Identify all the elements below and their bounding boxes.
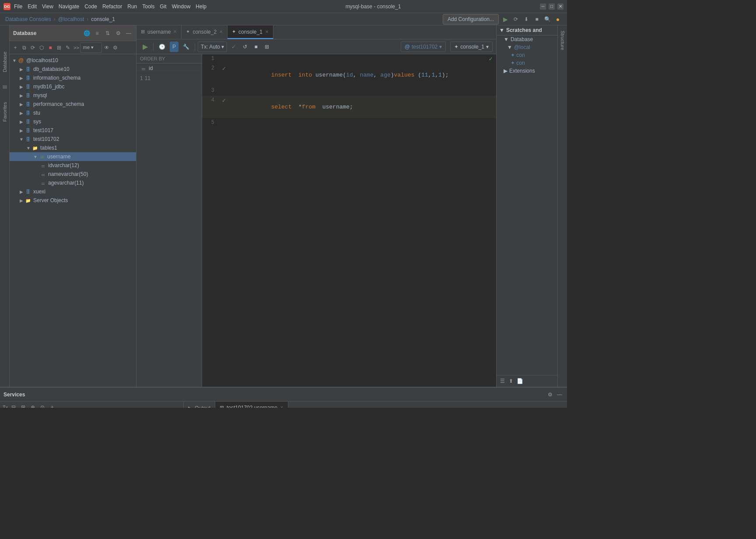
right-panel-structure[interactable]: Structure: [559, 27, 567, 54]
download-icon[interactable]: ⬇: [522, 15, 530, 23]
tree-item-db-database10[interactable]: ▶ 🗄 db_database10: [10, 65, 136, 74]
rollback-button[interactable]: ↺: [240, 42, 250, 52]
add-configuration-button[interactable]: Add Configuration...: [443, 14, 499, 24]
tab-console1[interactable]: ✦ console_1 ✕: [228, 25, 273, 39]
tree-item-localhost[interactable]: ▼ @ @localhost 10: [10, 56, 136, 65]
result-tab-username[interactable]: ⊞ test101702.username ✕: [215, 402, 288, 408]
tab-close-icon[interactable]: ✕: [265, 29, 269, 34]
maximize-button[interactable]: □: [549, 4, 555, 10]
tab-console2[interactable]: ✦ console_2 ✕: [182, 25, 228, 39]
stop-icon[interactable]: ■: [533, 15, 541, 23]
pin-button[interactable]: P: [170, 42, 178, 52]
tree-item-server-objects[interactable]: ▶ 📁 Server Objects: [10, 196, 136, 205]
sidebar-sort-icon[interactable]: ⇅: [104, 29, 112, 37]
window-controls[interactable]: ─ □ ✕: [540, 4, 564, 10]
db-edit-icon[interactable]: ✎: [64, 44, 72, 52]
menu-help[interactable]: Help: [196, 4, 206, 10]
scratches-localhost[interactable]: ▼ @local: [497, 43, 557, 51]
svc-expand-icon[interactable]: ⊟: [10, 403, 18, 408]
tree-item-tables[interactable]: ▼ 📁 tables 1: [10, 144, 136, 152]
settings-icon[interactable]: ⚙: [546, 391, 554, 399]
tree-item-mysql[interactable]: ▶ 🗄 mysql: [10, 91, 136, 100]
commit-button[interactable]: ✓: [229, 42, 238, 52]
scratches-con-2[interactable]: ✦ con: [497, 59, 557, 67]
sidebar-filter-icon[interactable]: ≡: [93, 29, 101, 37]
tree-item-test101702[interactable]: ▼ 🗄 test101702: [10, 135, 136, 144]
svc-add-icon[interactable]: +: [48, 403, 56, 408]
db-config-icon[interactable]: ⚙: [112, 44, 119, 52]
tree-item-xuexi[interactable]: ▶ 🗄 xuexi: [10, 187, 136, 196]
schema-selector[interactable]: @ test101702 ▾: [401, 42, 446, 52]
tree-item-test1017[interactable]: ▶ 🗄 test1017: [10, 126, 136, 135]
menu-run[interactable]: Run: [127, 4, 137, 10]
history-button[interactable]: 🕒: [156, 42, 168, 52]
minimize-panel-icon[interactable]: —: [556, 391, 564, 399]
tree-item-col-name[interactable]: ⚌ name varchar(50): [10, 170, 136, 178]
result-tab-close[interactable]: ✕: [280, 405, 284, 408]
db-table-view-icon[interactable]: ⊞: [55, 44, 63, 52]
tree-item-col-id[interactable]: ⚌ id varchar(12): [10, 161, 136, 170]
tree-item-col-age[interactable]: ⚌ age varchar(11): [10, 178, 136, 187]
menu-edit[interactable]: Edit: [28, 4, 37, 10]
sidebar-settings-icon[interactable]: ⚙: [114, 29, 122, 37]
tree-item-performance-schema[interactable]: ▶ 🗄 performance_schema: [10, 100, 136, 108]
db-add-icon[interactable]: +: [11, 44, 19, 52]
breadcrumb-localhost[interactable]: @localhost: [58, 16, 84, 22]
scratches-files-icon[interactable]: 📄: [516, 377, 524, 385]
line-content-5[interactable]: [228, 119, 496, 120]
tab-username[interactable]: ⊞ username ✕: [136, 25, 182, 39]
scratches-extensions[interactable]: ▶ Extensions: [497, 67, 557, 75]
menu-bar[interactable]: File Edit View Navigate Code Refactor Ru…: [14, 4, 206, 10]
expand-arrow[interactable]: ▼: [507, 44, 512, 50]
db-eye-icon[interactable]: 👁: [103, 44, 111, 52]
notification-icon[interactable]: ●: [554, 15, 562, 23]
menu-view[interactable]: View: [42, 4, 53, 10]
db-refresh-icon[interactable]: ⟳: [29, 44, 37, 52]
db-copy-icon[interactable]: ⧉: [20, 44, 28, 52]
db-stop-icon[interactable]: ■: [46, 44, 54, 52]
menu-navigate[interactable]: Navigate: [59, 4, 79, 10]
tree-item-sys[interactable]: ▶ 🗄 sys: [10, 117, 136, 126]
favorites-item[interactable]: |||: [2, 85, 7, 89]
tree-item-information-schema[interactable]: ▶ 🗄 information_schema: [10, 74, 136, 82]
tree-item-mydb[interactable]: ▶ 🗄 mydb16_jdbc: [10, 82, 136, 91]
line-content-2[interactable]: insert into username(id, name, age)value…: [228, 65, 496, 85]
search-icon[interactable]: 🔍: [543, 15, 551, 23]
menu-file[interactable]: File: [14, 4, 22, 10]
tree-item-stu[interactable]: ▶ 🗄 stu: [10, 108, 136, 117]
expand-arrow[interactable]: ▶: [504, 68, 508, 74]
minimize-button[interactable]: ─: [540, 4, 546, 10]
scratches-list-icon[interactable]: ☰: [498, 377, 506, 385]
menu-window[interactable]: Window: [172, 4, 191, 10]
close-button[interactable]: ✕: [557, 4, 564, 10]
code-editor[interactable]: ✓ 1 2 ✓ insert into username(id, name, a…: [202, 54, 496, 387]
breadcrumb-database-consoles[interactable]: Database Consoles: [5, 16, 51, 22]
tree-item-username[interactable]: ▼ ⊞ username: [10, 152, 136, 161]
expand-arrow[interactable]: ▼: [499, 27, 504, 33]
db-name-filter[interactable]: me ▾: [80, 42, 102, 53]
db-more-icon[interactable]: >>: [74, 45, 79, 50]
console-selector[interactable]: ✦ console_1 ▾: [450, 42, 493, 52]
line-content-3[interactable]: [228, 87, 496, 88]
expand-arrow[interactable]: ▼: [504, 36, 509, 42]
menu-code[interactable]: Code: [84, 4, 97, 10]
run-button[interactable]: ▶: [140, 42, 150, 52]
tab-close-icon[interactable]: ✕: [219, 29, 223, 34]
favorites-item-database[interactable]: Database: [2, 52, 7, 72]
sidebar-close-icon[interactable]: —: [125, 29, 133, 37]
tab-close-icon[interactable]: ✕: [173, 29, 177, 34]
svc-split-icon[interactable]: ⊕: [29, 403, 37, 408]
tx-auto-dropdown[interactable]: Tx: Auto ▾: [198, 42, 227, 52]
favorites-star[interactable]: Favorites: [2, 102, 7, 122]
menu-refactor[interactable]: Refactor: [102, 4, 122, 10]
line-content-4[interactable]: select *from username;: [228, 97, 496, 117]
refresh-icon[interactable]: ⟳: [512, 15, 520, 23]
svc-collapse-icon[interactable]: ⊞: [19, 403, 27, 408]
table-view-button[interactable]: ⊞: [262, 42, 272, 52]
scratches-con-1[interactable]: ✦ con: [497, 51, 557, 59]
run-icon[interactable]: ▶: [501, 15, 509, 23]
line-content-1[interactable]: [228, 55, 496, 56]
db-schema-icon[interactable]: ⬡: [38, 44, 46, 52]
sidebar-globe-icon[interactable]: 🌐: [83, 29, 91, 37]
scratches-upload-icon[interactable]: ⬆: [507, 377, 515, 385]
